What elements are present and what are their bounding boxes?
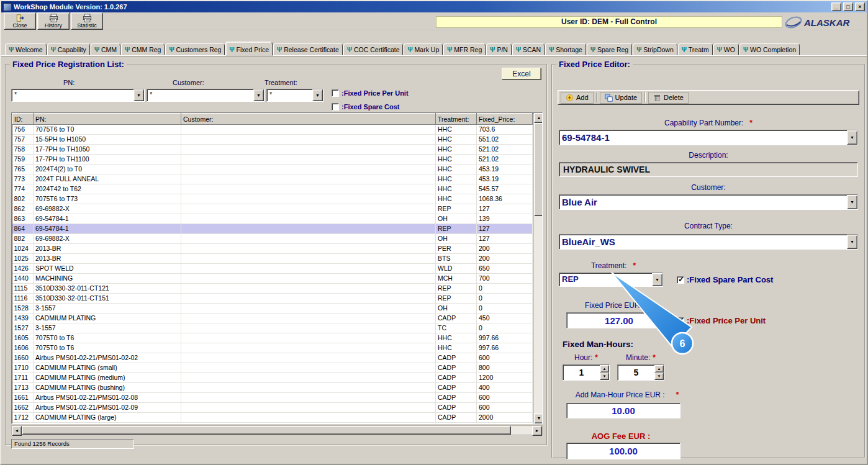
table-row[interactable]: 8027075T6 to T73HHC1068.36: [12, 194, 533, 204]
table-row[interactable]: 86369-54784-1OH139: [12, 214, 533, 224]
tab-stripdown[interactable]: StripDown: [633, 43, 677, 55]
chevron-down-icon[interactable]: [652, 273, 662, 286]
table-row[interactable]: 1439CADMIUM PLATINGCADP450: [12, 314, 533, 323]
hour-spinner[interactable]: 1: [563, 364, 610, 381]
fixed-price-per-unit-checkbox[interactable]: :Fixed Price Per Unit: [677, 316, 766, 325]
table-row[interactable]: 1662Airbus PMS01-02-21/PMS01-02-09CADP60…: [12, 403, 533, 413]
table-row[interactable]: 1426SPOT WELDWLD650: [12, 264, 533, 274]
column-header[interactable]: PN:: [34, 114, 181, 125]
fixed-price-per-unit-filter-checkbox[interactable]: :Fixed Price Per Unit: [332, 89, 409, 97]
part-number-combo[interactable]: 69-54784-1: [559, 130, 858, 145]
table-row[interactable]: 75715-5PH to H1050HHC551.02: [12, 135, 533, 145]
table-row[interactable]: 15283-1557OH0: [12, 304, 533, 314]
minimize-button[interactable]: _: [831, 2, 841, 11]
tab-cmm-reg[interactable]: CMM Reg: [121, 43, 165, 55]
table-row[interactable]: 1356140N2138-1REP120: [12, 423, 533, 425]
fixed-spare-part-cost-checkbox[interactable]: :Fixed Spare Part Cost: [677, 275, 773, 284]
table-row[interactable]: 1710CADMIUM PLATING (small)CADP800: [12, 363, 533, 373]
scroll-thumb[interactable]: [534, 123, 543, 216]
scroll-left-icon[interactable]: [12, 426, 22, 436]
table-row[interactable]: 10252013-BRBTS200: [12, 254, 533, 264]
scroll-thumb[interactable]: [22, 426, 511, 435]
minute-spinner[interactable]: 5: [617, 364, 664, 381]
tab-welcome[interactable]: Welcome: [5, 43, 47, 55]
tab-cmm[interactable]: CMM: [91, 43, 120, 55]
tab-capability[interactable]: Capability: [47, 43, 90, 55]
table-row[interactable]: 16067075T0 to T6HHC997.66: [12, 343, 533, 353]
history-button[interactable]: History: [37, 12, 70, 30]
scroll-track[interactable]: [511, 426, 532, 435]
tab-fixed-price[interactable]: Fixed Price: [225, 42, 273, 56]
add-button[interactable]: Add: [561, 92, 594, 104]
column-header[interactable]: Fixed_Price:: [477, 114, 533, 125]
table-row[interactable]: 7732024T FULL ANNEALHHC453.19: [12, 174, 533, 184]
close-window-button[interactable]: ×: [855, 2, 865, 11]
spinner-down-icon[interactable]: [654, 372, 664, 380]
horizontal-scrollbar[interactable]: [11, 425, 543, 435]
table-row[interactable]: 11153510D330-32-011-CT121REP0: [12, 284, 533, 294]
fixed-price-input[interactable]: 127.00: [566, 312, 672, 328]
close-button[interactable]: Close: [4, 12, 36, 30]
chevron-down-icon[interactable]: [847, 195, 857, 209]
scroll-down-icon[interactable]: [534, 413, 543, 423]
tab-coc-certificate[interactable]: COC Certificate: [343, 43, 404, 55]
tab-spare-reg[interactable]: Spare Reg: [587, 43, 632, 55]
tab-release-certificate[interactable]: Release Certificate: [273, 43, 343, 55]
chevron-down-icon[interactable]: [133, 89, 144, 101]
table-row[interactable]: 7567075T6 to T0HHC703.6: [12, 125, 533, 135]
delete-button[interactable]: Delete: [648, 92, 689, 104]
chevron-down-icon[interactable]: [847, 130, 857, 145]
update-button[interactable]: Update: [600, 92, 642, 104]
table-row[interactable]: 16057075T0 to T6HHC997.66: [12, 333, 533, 343]
excel-button[interactable]: Excel: [502, 68, 541, 80]
table-row[interactable]: 86269-69882-XREP127: [12, 204, 533, 214]
table-row[interactable]: 1440MACHININGMCH700: [12, 274, 533, 284]
table-row[interactable]: 1660Airbus PMS01-02-21/PMS01-02-02CADP60…: [12, 353, 533, 363]
fixed-spare-cost-filter-checkbox[interactable]: :Fixed Spare Cost: [332, 103, 400, 111]
treatment-combo[interactable]: REP: [559, 273, 663, 287]
maximize-button[interactable]: □: [843, 2, 853, 11]
tab-scan[interactable]: SCAN: [512, 43, 545, 55]
scroll-right-icon[interactable]: [532, 426, 542, 436]
table-row[interactable]: 1712CADMIUM PLATING (large)CADP2000: [12, 413, 533, 423]
scroll-track[interactable]: [534, 123, 543, 413]
scroll-up-icon[interactable]: [534, 113, 543, 123]
spinner-up-icon[interactable]: [600, 365, 609, 372]
title-bar[interactable]: WorkShop Module Version: 1.0.267 _ □ ×: [1, 1, 867, 12]
tab-wo-completion[interactable]: WO Completion: [739, 43, 800, 55]
customer-filter-combo[interactable]: *: [147, 89, 264, 102]
contract-type-combo[interactable]: BlueAir_WS: [559, 234, 858, 250]
add-man-hour-price-input[interactable]: 10.00: [566, 403, 680, 418]
table-row[interactable]: 1711CADMIUM PLATING (medium)CADP1200: [12, 373, 533, 383]
table-row[interactable]: 86469-54784-1REP127: [12, 224, 533, 234]
vertical-scrollbar[interactable]: [533, 113, 543, 423]
table-row[interactable]: 15273-1557TC0: [12, 323, 533, 333]
tab-mfr-reg[interactable]: MFR Reg: [443, 43, 486, 55]
column-header[interactable]: ID:: [12, 114, 34, 125]
tab-treatm[interactable]: Treatm: [678, 43, 713, 55]
customer-combo[interactable]: Blue Air: [559, 194, 858, 210]
tab-shortage[interactable]: Shortage: [545, 43, 586, 55]
aog-fee-input[interactable]: 100.00: [566, 443, 680, 459]
table-row[interactable]: 11163510D330-32-011-CT151REP0: [12, 294, 533, 304]
table-row[interactable]: 7652024T4(2) to T0HHC453.19: [12, 165, 533, 174]
column-header[interactable]: Treatment:: [436, 114, 477, 125]
statistic-button[interactable]: Statistic: [71, 12, 103, 30]
table-row[interactable]: 75917-7PH to TH1100HHC521.02: [12, 155, 533, 165]
tab-mark-up[interactable]: Mark Up: [404, 43, 443, 55]
tab-customers-reg[interactable]: Customers Reg: [165, 43, 225, 55]
chevron-down-icon[interactable]: [253, 89, 264, 101]
tab-wo[interactable]: WO: [713, 43, 739, 55]
table-row[interactable]: 10242013-BRPER200: [12, 244, 533, 254]
chevron-down-icon[interactable]: [312, 89, 323, 101]
pn-filter-combo[interactable]: *: [11, 89, 145, 102]
spinner-down-icon[interactable]: [600, 372, 609, 380]
table-row[interactable]: 1713CADMIUM PLATING (bushing)CADP400: [12, 383, 533, 393]
column-header[interactable]: Customer:: [181, 114, 436, 125]
table-row[interactable]: 7742024T42 to T62HHC545.57: [12, 184, 533, 194]
table-row[interactable]: 1661Airbus PMS01-02-21/PMS01-02-08CADP60…: [12, 393, 533, 403]
treatment-filter-combo[interactable]: *: [266, 89, 323, 102]
spinner-up-icon[interactable]: [654, 365, 664, 372]
table-row[interactable]: 88269-69882-XOH127: [12, 234, 533, 244]
table-row[interactable]: 75817-7PH to TH1050HHC521.02: [12, 145, 533, 155]
